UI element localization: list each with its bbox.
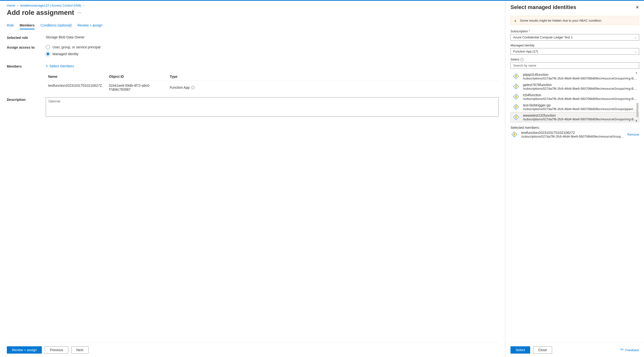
tab-conditions[interactable]: Conditions (optional): [40, 23, 72, 29]
function-app-icon: [512, 103, 520, 111]
chevron-down-icon: ⌵: [635, 36, 636, 39]
selected-member-row: testfunction20231031T010210627Z /subscri…: [510, 130, 639, 138]
managed-identity-value: Function App (17): [513, 49, 538, 53]
member-type: Function App: [170, 85, 190, 89]
tabs: Role Members Conditions (optional) Revie…: [7, 23, 498, 29]
selected-members-label: Selected members:: [510, 126, 639, 129]
scroll-up-icon[interactable]: ▲: [635, 71, 639, 74]
warning-icon: ▲: [514, 18, 517, 22]
results-list[interactable]: ▲ ▼ piipip314function/subscriptions/027d…: [510, 71, 639, 122]
col-header-object-id: Object ID: [109, 75, 170, 78]
members-table: Name Object ID Type testfunction20231031…: [46, 73, 498, 94]
managed-identity-label: Managed identity: [510, 43, 639, 47]
scroll-down-icon[interactable]: ▼: [635, 120, 639, 122]
description-input[interactable]: [46, 97, 498, 117]
selected-role-label: Selected role: [7, 35, 46, 40]
radio-icon: [46, 52, 50, 56]
assign-access-label: Assign access to: [7, 45, 46, 49]
result-item[interactable]: pptest7676function/subscriptions/027da7f…: [510, 81, 639, 92]
result-path: /subscriptions/027da7f8-2fc6-46d4-9be9-5…: [523, 117, 638, 121]
table-row: testfunction20231031T010210627Z 02441ee9…: [46, 81, 498, 94]
result-name: pptest7676function: [523, 83, 638, 87]
page-title: Add role assignment: [7, 9, 74, 16]
review-assign-button[interactable]: Review + assign: [7, 346, 42, 354]
function-app-icon: [512, 93, 520, 101]
selected-member-name: testfunction20231031T010210627Z: [521, 131, 624, 135]
breadcrumb-home[interactable]: Home: [7, 4, 15, 7]
result-path: /subscriptions/027da7f8-2fc6-46d4-9be9-5…: [523, 87, 638, 90]
tab-review[interactable]: Review + assign: [78, 23, 102, 29]
result-path: /subscriptions/027da7f8-2fc6-46d4-9be9-5…: [523, 97, 638, 101]
result-name: test-blobtrigger-pp: [523, 103, 638, 107]
description-label: Description: [7, 97, 46, 102]
radio-icon: [46, 45, 50, 49]
selected-member-path: /subscriptions/027da7f8-2fc6-46d4-9be9-5…: [521, 135, 624, 138]
result-item[interactable]: wwwwtest132function/subscriptions/027da7…: [510, 112, 639, 122]
col-header-name: Name: [48, 75, 109, 78]
function-app-icon: [512, 72, 520, 80]
panel-footer: Select Close Feedback: [506, 343, 644, 357]
subscription-label: Subscription*: [510, 29, 639, 33]
info-icon[interactable]: i: [191, 86, 194, 89]
plus-icon: +: [46, 64, 48, 68]
select-label: Select i: [510, 58, 639, 61]
close-button[interactable]: Close: [533, 346, 552, 354]
result-item[interactable]: tcb4function/subscriptions/027da7f8-2fc6…: [510, 92, 639, 102]
result-name: piipip314function: [523, 73, 638, 76]
subscription-dropdown[interactable]: Azure Confidential Compute Ledger Test 1…: [510, 34, 639, 40]
chevron-right-icon: ›: [17, 4, 18, 7]
previous-button[interactable]: Previous: [45, 346, 68, 354]
select-managed-identities-panel: Select managed identities ✕ ▲ Some resul…: [505, 1, 644, 357]
selected-role-value: Storage Blob Data Owner: [46, 35, 498, 39]
radio-user-group-sp[interactable]: User, group, or service principal: [46, 45, 498, 49]
result-path: /subscriptions/027da7f8-2fc6-46d4-9be9-5…: [523, 107, 638, 111]
radio-managed-identity[interactable]: Managed identity: [46, 52, 498, 56]
select-button[interactable]: Select: [510, 346, 530, 354]
col-header-type: Type: [170, 75, 496, 78]
svg-point-2: [620, 349, 622, 350]
breadcrumb-resource[interactable]: testdemostorage123 | Access Control (IAM…: [20, 4, 81, 7]
subscription-value: Azure Confidential Compute Ledger Test 1: [513, 35, 573, 39]
function-app-icon: [510, 130, 518, 138]
result-item[interactable]: piipip314function/subscriptions/027da7f8…: [510, 71, 639, 81]
feedback-link[interactable]: Feedback: [620, 348, 639, 352]
info-icon[interactable]: i: [520, 58, 524, 61]
feedback-icon: [620, 348, 624, 352]
members-label: Members: [7, 64, 46, 68]
function-app-icon: [512, 83, 520, 90]
main-footer: Review + assign Previous Next: [7, 343, 498, 357]
select-members-link[interactable]: + Select members: [46, 64, 74, 68]
breadcrumb: Home › testdemostorage123 | Access Contr…: [7, 4, 498, 7]
tab-members[interactable]: Members: [20, 23, 34, 29]
next-button[interactable]: Next: [71, 346, 88, 354]
panel-title: Select managed identities: [510, 4, 576, 10]
chevron-down-icon: ⌵: [635, 50, 636, 53]
abac-warning-banner: ▲ Some results might be hidden due to yo…: [510, 16, 639, 25]
more-actions-button[interactable]: ⋯: [77, 10, 82, 15]
close-icon[interactable]: ✕: [636, 4, 639, 10]
result-name: tcb4function: [523, 93, 638, 97]
tab-role[interactable]: Role: [7, 23, 14, 29]
search-input[interactable]: [510, 62, 639, 69]
managed-identity-dropdown[interactable]: Function App (17) ⌵: [510, 48, 639, 55]
function-app-icon: [512, 113, 520, 121]
radio-mi-label: Managed identity: [52, 52, 78, 56]
result-path: /subscriptions/027da7f8-2fc6-46d4-9be9-5…: [523, 76, 638, 80]
remove-link[interactable]: Remove: [628, 133, 639, 136]
member-name: testfunction20231031T010210627Z: [48, 84, 109, 91]
result-name: wwwwtest132function: [523, 113, 638, 117]
radio-user-label: User, group, or service principal: [52, 45, 100, 49]
banner-text: Some results might be hidden due to your…: [520, 19, 602, 22]
result-item[interactable]: test-blobtrigger-pp/subscriptions/027da7…: [510, 102, 639, 112]
scrollbar-thumb[interactable]: [636, 103, 638, 117]
chevron-right-icon: ›: [83, 4, 84, 7]
member-object-id: 02441ee9-59db-4f72-a9c0-f7dd4c783987: [109, 84, 170, 91]
